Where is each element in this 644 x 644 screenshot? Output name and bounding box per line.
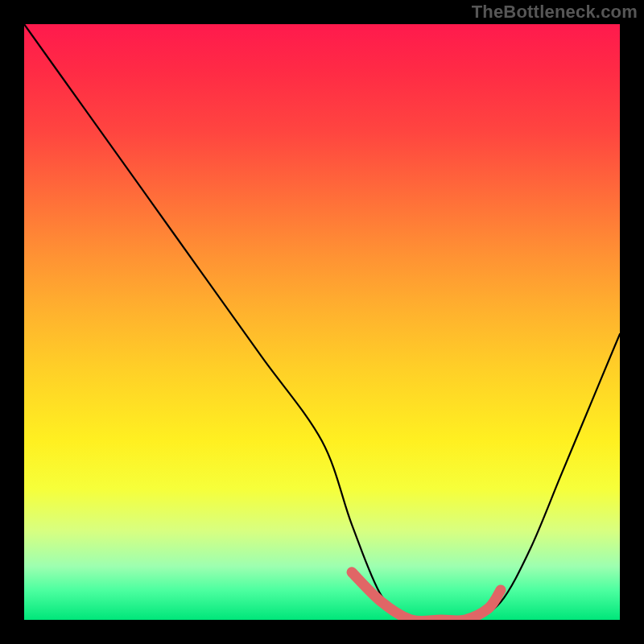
bottleneck-curve: [24, 24, 620, 620]
chart-frame: TheBottleneck.com: [0, 0, 644, 644]
plot-area: [24, 24, 620, 620]
curve-layer: [24, 24, 620, 620]
attribution-text: TheBottleneck.com: [472, 2, 638, 23]
